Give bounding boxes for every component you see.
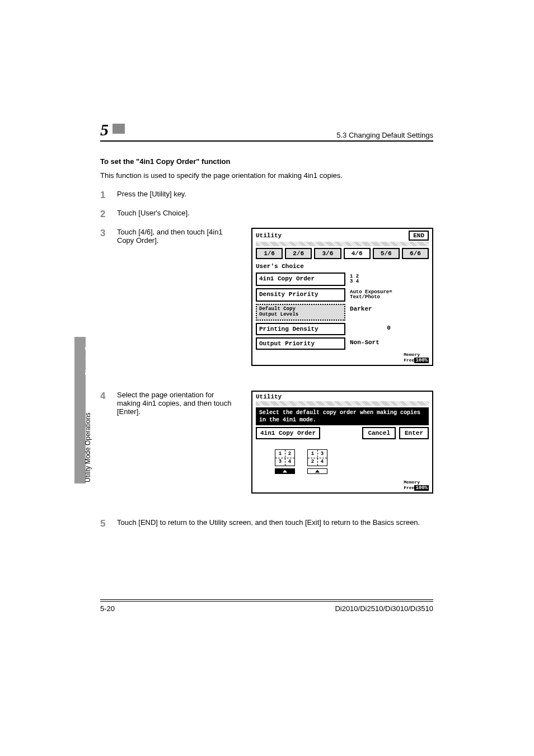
step-number: 2: [100, 209, 117, 220]
step-number: 4: [100, 391, 117, 494]
tab-4-6[interactable]: 4/6: [344, 248, 371, 259]
tab-5-6[interactable]: 5/6: [373, 248, 400, 259]
footer-model: Di2010/Di2510/Di3010/Di3510: [335, 604, 433, 613]
grid-cell: 4: [285, 458, 294, 466]
section-description: This function is used to specify the pag…: [100, 171, 433, 180]
memory-free: Memory Free100%: [404, 352, 429, 363]
step-number: 1: [100, 190, 117, 201]
panel-subhead: User's Choice: [252, 261, 432, 271]
setting-value: Non-Sort: [349, 337, 429, 350]
footer-page-number: 5-20: [100, 604, 115, 613]
chapter-number: 5: [100, 120, 109, 139]
grid-cell: 1: [308, 450, 317, 458]
step-4: 4 Select the page orientation for making…: [100, 391, 433, 494]
setting-default-copy-output[interactable]: Default Copy Output Levels: [256, 304, 345, 321]
setting-printing-density[interactable]: Printing Density: [256, 323, 345, 335]
step-number: 3: [100, 228, 117, 366]
cancel-button[interactable]: Cancel: [362, 427, 396, 439]
setting-value: 0: [349, 323, 429, 335]
section-title: To set the "4in1 Copy Order" function: [100, 157, 433, 166]
end-button[interactable]: END: [409, 231, 429, 241]
layout-selector-inactive[interactable]: [307, 468, 327, 474]
tab-3-6[interactable]: 3/6: [314, 248, 341, 259]
panel-tabs: 1/6 2/6 3/6 4/6 5/6 6/6: [252, 248, 432, 261]
enter-button[interactable]: Enter: [399, 427, 429, 439]
page-header: 5 5.3 Changing Default Settings: [100, 120, 433, 142]
step-text: Select the page orientation for making 4…: [117, 391, 237, 416]
memory-free: Memory Free100%: [404, 480, 429, 491]
step-1: 1 Press the [Utility] key.: [100, 190, 433, 201]
grid-cell: 1: [275, 450, 285, 458]
layout-selector-active[interactable]: [275, 468, 295, 474]
step-text: Touch [END] to return to the Utility scr…: [117, 518, 433, 527]
setting-value: Auto Exposure= Text/Photo: [349, 288, 429, 302]
panel-title: Utility: [256, 393, 282, 400]
setting-value: 1 2 3 4: [349, 273, 429, 286]
utility-panel-2: Utility Select the default copy order wh…: [251, 391, 433, 494]
step-text: Touch [User's Choice].: [117, 209, 433, 217]
grid-cell: 4: [317, 458, 327, 466]
grid-cell: 2: [308, 458, 317, 466]
header-section-title: 5.3 Changing Default Settings: [336, 131, 433, 139]
utility-panel-1: Utility END 1/6 2/6 3/6 4/6 5/6 6/6: [251, 228, 433, 366]
step-text: Touch [4/6], and then touch [4in1 Copy O…: [117, 228, 237, 245]
grid-cell: 3: [275, 458, 285, 466]
step-number: 5: [100, 518, 117, 529]
step-text: Press the [Utility] key.: [117, 190, 433, 198]
grid-cell: 3: [317, 450, 327, 458]
copy-order-label-button[interactable]: 4in1 Copy Order: [256, 427, 320, 439]
step-3: 3 Touch [4/6], and then touch [4in1 Copy…: [100, 228, 433, 366]
layout-option-1324[interactable]: 1 3 2 4: [307, 449, 327, 474]
layout-option-1234[interactable]: 1 2 3 4: [275, 449, 295, 474]
setting-density-priority[interactable]: Density Priority: [256, 288, 345, 302]
step-5: 5 Touch [END] to return to the Utility s…: [100, 518, 433, 529]
grid-cell: 2: [285, 450, 294, 458]
setting-4in1-copy-order[interactable]: 4in1 Copy Order: [256, 273, 345, 286]
panel-title: Utility: [256, 232, 282, 239]
setting-output-priority[interactable]: Output Priority: [256, 337, 345, 350]
panel-shade: [256, 242, 429, 246]
step-2: 2 Touch [User's Choice].: [100, 209, 433, 220]
panel-instruction-banner: Select the default copy order when makin…: [256, 407, 429, 425]
chapter-decor-box: [113, 124, 125, 134]
footer-rule: [100, 601, 433, 602]
side-mode-label: Utility Mode Operations: [84, 412, 92, 482]
footer-rule: [100, 599, 433, 600]
side-chapter-label: Chapter 5: [84, 346, 92, 376]
panel-shade: [256, 401, 429, 406]
tab-1-6[interactable]: 1/6: [256, 248, 283, 259]
setting-value: Darker: [349, 304, 429, 321]
tab-6-6[interactable]: 6/6: [402, 248, 429, 259]
tab-2-6[interactable]: 2/6: [285, 248, 312, 259]
